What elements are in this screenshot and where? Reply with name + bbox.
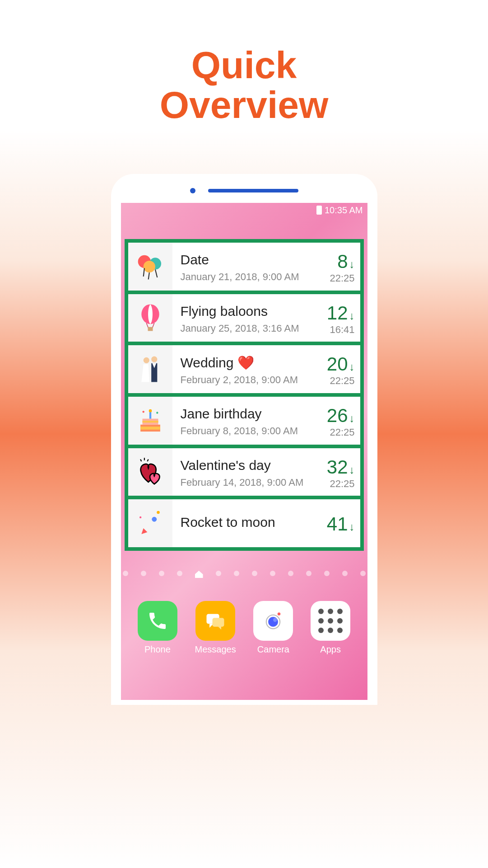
event-item[interactable]: Flying baloons January 25, 2018, 3:16 AM… <box>128 294 360 342</box>
wedding-couple-icon <box>128 345 172 393</box>
down-arrow-icon: ↓ <box>349 412 355 425</box>
page-dot[interactable] <box>177 571 182 576</box>
birthday-cake-icon <box>128 397 172 445</box>
event-item[interactable]: Rocket to moon 41↓ <box>128 499 360 547</box>
event-title: Valentine's day <box>181 458 327 473</box>
svg-point-24 <box>278 613 281 616</box>
status-time: 10:35 AM <box>325 205 363 216</box>
earpiece-speaker <box>208 189 298 192</box>
title-line-2: Overview <box>0 85 488 125</box>
svg-point-2 <box>143 261 155 272</box>
svg-point-5 <box>143 357 149 363</box>
dock-label: Apps <box>320 644 341 655</box>
event-days: 20↓ <box>327 353 355 375</box>
event-time: 22:25 <box>327 478 355 490</box>
event-days: 12↓ <box>327 302 355 324</box>
event-body: Jane birthday February 8, 2018, 9:00 AM … <box>172 397 360 445</box>
dock-item-apps[interactable]: Apps <box>311 601 350 655</box>
event-item[interactable]: Date January 21, 2018, 9:00 AM 8↓ 22:25 <box>128 243 360 291</box>
page-dot[interactable] <box>288 571 293 576</box>
event-body: Flying baloons January 25, 2018, 3:16 AM… <box>172 294 360 342</box>
down-arrow-icon: ↓ <box>349 521 355 533</box>
svg-rect-12 <box>149 412 151 418</box>
page-dot[interactable] <box>216 571 221 576</box>
phone-notch <box>121 184 367 197</box>
page-dot[interactable] <box>270 571 275 576</box>
svg-point-6 <box>151 357 157 362</box>
event-title: Jane birthday <box>181 406 327 422</box>
svg-point-13 <box>149 409 152 413</box>
front-camera-dot <box>190 188 195 193</box>
page-dot[interactable] <box>141 571 146 576</box>
dock-label: Phone <box>144 644 171 655</box>
event-body: Wedding ❤️ February 2, 2018, 9:00 AM 20↓… <box>172 345 360 393</box>
event-body: Valentine's day February 14, 2018, 9:00 … <box>172 448 360 496</box>
event-title: Wedding ❤️ <box>181 355 327 371</box>
page-dot[interactable] <box>306 571 311 576</box>
event-title: Rocket to moon <box>181 515 327 530</box>
page-dot[interactable] <box>360 571 366 576</box>
event-item[interactable]: Valentine's day February 14, 2018, 9:00 … <box>128 448 360 496</box>
down-arrow-icon: ↓ <box>349 361 355 373</box>
event-days: 26↓ <box>327 405 355 427</box>
svg-rect-9 <box>140 427 160 430</box>
event-time: 22:25 <box>327 427 355 438</box>
down-arrow-icon: ↓ <box>349 310 355 322</box>
event-time: 16:41 <box>327 324 355 336</box>
battery-icon <box>316 206 322 215</box>
dock-item-messages[interactable]: Messages <box>195 601 236 655</box>
down-arrow-icon: ↓ <box>349 464 355 476</box>
phone-frame: 10:35 AM Date January 21, 2018, 9:00 AM … <box>111 174 377 705</box>
event-days: 8↓ <box>330 251 354 272</box>
dock: Phone Messages Camera Apps <box>121 601 367 655</box>
svg-point-15 <box>156 412 158 413</box>
hearts-icon <box>128 448 172 496</box>
svg-point-16 <box>152 517 157 522</box>
home-page-indicator[interactable] <box>195 571 203 578</box>
apps-icon <box>311 601 350 641</box>
rocket-icon <box>128 499 172 547</box>
page-dot[interactable] <box>234 571 239 576</box>
page-dot[interactable] <box>252 571 257 576</box>
svg-point-14 <box>142 411 144 413</box>
hot-air-balloon-icon <box>128 294 172 342</box>
event-time: 22:25 <box>330 272 354 284</box>
event-body: Date January 21, 2018, 9:00 AM 8↓ 22:25 <box>172 243 360 291</box>
event-date: February 14, 2018, 9:00 AM <box>181 477 327 488</box>
camera-icon <box>253 601 293 641</box>
dock-item-camera[interactable]: Camera <box>253 601 293 655</box>
down-arrow-icon: ↓ <box>349 258 355 271</box>
event-time: 22:25 <box>327 375 355 387</box>
page-dot[interactable] <box>159 571 164 576</box>
event-date: February 2, 2018, 9:00 AM <box>181 374 327 386</box>
svg-point-17 <box>157 511 160 514</box>
page-indicator[interactable] <box>121 571 367 578</box>
phone-screen: 10:35 AM Date January 21, 2018, 9:00 AM … <box>121 203 367 700</box>
svg-point-23 <box>273 618 277 622</box>
event-body: Rocket to moon 41↓ <box>172 499 360 547</box>
dock-label: Messages <box>195 644 236 655</box>
svg-point-18 <box>139 516 141 518</box>
balloons-icon <box>128 243 172 291</box>
event-date: January 21, 2018, 9:00 AM <box>181 271 330 283</box>
svg-rect-4 <box>148 327 153 331</box>
phone-icon <box>138 601 177 641</box>
events-widget: Date January 21, 2018, 9:00 AM 8↓ 22:25 … <box>125 239 364 551</box>
event-title: Date <box>181 252 330 267</box>
event-item[interactable]: Jane birthday February 8, 2018, 9:00 AM … <box>128 397 360 445</box>
event-date: January 25, 2018, 3:16 AM <box>181 323 327 334</box>
event-date: February 8, 2018, 9:00 AM <box>181 425 327 437</box>
page-dot[interactable] <box>324 571 330 576</box>
event-item[interactable]: Wedding ❤️ February 2, 2018, 9:00 AM 20↓… <box>128 345 360 393</box>
title-line-1: Quick <box>0 45 488 85</box>
page-dot[interactable] <box>342 571 348 576</box>
messages-icon <box>195 601 235 641</box>
event-days: 41↓ <box>327 513 355 535</box>
svg-rect-20 <box>213 618 224 627</box>
page-dot[interactable] <box>123 571 128 576</box>
status-bar: 10:35 AM <box>121 203 367 217</box>
page-title: Quick Overview <box>0 0 488 125</box>
svg-rect-11 <box>142 421 158 422</box>
dock-item-phone[interactable]: Phone <box>138 601 177 655</box>
event-title: Flying baloons <box>181 304 327 319</box>
